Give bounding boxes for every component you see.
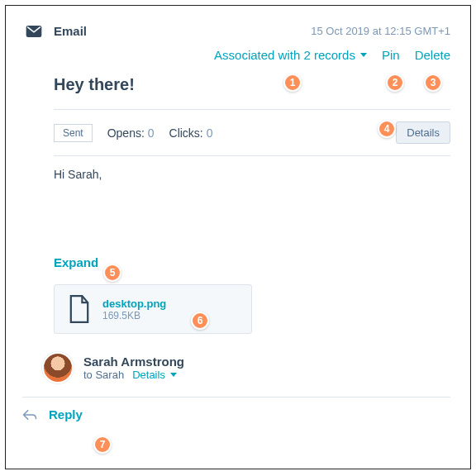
divider-2	[54, 155, 450, 156]
sender-row: Sarah Armstrong to Sarah Details	[42, 352, 450, 383]
delete-link[interactable]: Delete	[415, 48, 450, 62]
sent-status-badge: Sent	[54, 124, 93, 142]
attachment-chip[interactable]: desktop.png 169.5KB	[54, 284, 252, 334]
footer: Reply	[22, 397, 450, 421]
attachment-filesize: 169.5KB	[102, 310, 166, 321]
divider	[54, 109, 450, 110]
attachment-filename: desktop.png	[102, 298, 166, 310]
action-row: Associated with 2 records Pin Delete	[26, 48, 450, 62]
attachment-meta: desktop.png 169.5KB	[102, 298, 166, 321]
sender-to-line: to Sarah	[83, 369, 124, 381]
sender-name: Sarah Armstrong	[83, 355, 184, 369]
email-body-greeting: Hi Sarah,	[54, 168, 450, 181]
email-card: Email 15 Oct 2019 at 12:15 GMT+1 Associa…	[5, 5, 471, 469]
chevron-down-icon	[170, 373, 177, 377]
annotation-marker-7: 7	[93, 436, 112, 454]
sender-details-link[interactable]: Details	[132, 369, 177, 381]
file-icon	[68, 295, 91, 323]
clicks-label: Clicks:	[169, 126, 203, 140]
opens-label: Opens:	[107, 126, 145, 140]
associated-records-link[interactable]: Associated with 2 records	[214, 48, 367, 62]
annotation-marker-1: 1	[283, 74, 302, 92]
associated-records-label: Associated with 2 records	[214, 48, 355, 62]
stats-left: Sent Opens: 0 Clicks: 0	[54, 124, 212, 142]
sender-meta: Sarah Armstrong to Sarah Details	[83, 355, 184, 381]
avatar	[42, 352, 74, 383]
annotation-marker-6: 6	[191, 312, 209, 330]
annotation-marker-2: 2	[386, 74, 404, 92]
pin-link[interactable]: Pin	[382, 48, 400, 62]
card-header: Email 15 Oct 2019 at 12:15 GMT+1	[26, 24, 450, 38]
details-button[interactable]: Details	[396, 121, 450, 144]
expand-link[interactable]: Expand	[54, 255, 98, 269]
email-icon	[26, 26, 42, 37]
sender-details-label: Details	[132, 369, 165, 381]
annotation-marker-5: 5	[103, 264, 121, 282]
opens-stat: Opens: 0	[107, 126, 155, 140]
timestamp: 15 Oct 2019 at 12:15 GMT+1	[311, 25, 450, 37]
sender-subline: to Sarah Details	[83, 369, 184, 381]
opens-value: 0	[148, 126, 155, 140]
reply-link[interactable]: Reply	[49, 407, 83, 421]
annotation-marker-3: 3	[424, 74, 442, 92]
clicks-value: 0	[207, 126, 213, 140]
chevron-down-icon	[360, 53, 367, 57]
clicks-stat: Clicks: 0	[169, 126, 213, 140]
card-type-label: Email	[54, 24, 87, 38]
reply-arrow-icon	[22, 409, 37, 421]
header-left: Email	[26, 24, 87, 38]
annotation-marker-4: 4	[378, 120, 396, 138]
